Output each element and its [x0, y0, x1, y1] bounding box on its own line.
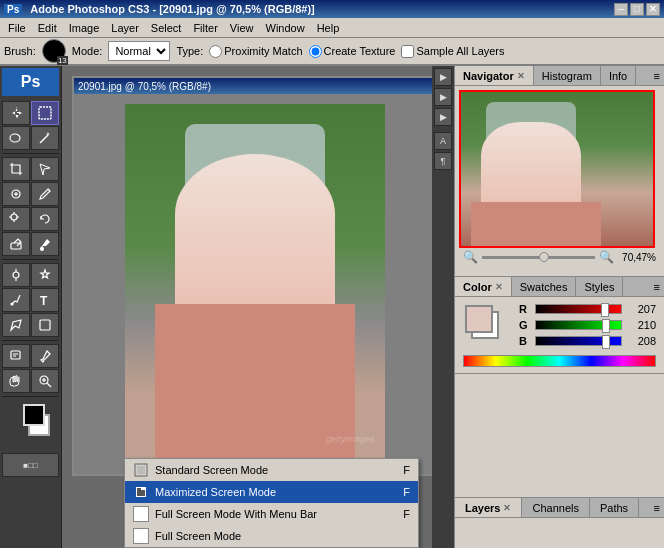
- move-tool[interactable]: [2, 101, 30, 125]
- sample-all-layers-checkbox[interactable]: Sample All Layers: [401, 45, 504, 58]
- paint-bucket-tool[interactable]: [31, 232, 59, 256]
- vert-btn-4[interactable]: A: [434, 132, 452, 150]
- navigator-close[interactable]: ✕: [517, 71, 525, 81]
- tool-row-6: [2, 232, 59, 256]
- minimize-button[interactable]: ─: [614, 3, 628, 16]
- brush-picker[interactable]: 13: [42, 39, 66, 63]
- magic-wand-tool[interactable]: [31, 126, 59, 150]
- histogram-tab[interactable]: Histogram: [534, 66, 601, 85]
- green-value: 210: [626, 319, 656, 331]
- blue-slider-row: B 208: [519, 335, 656, 347]
- blue-label: B: [519, 335, 531, 347]
- color-spectrum[interactable]: [463, 355, 656, 367]
- fullscreen-menu-checkbox: [133, 506, 149, 522]
- layers-close[interactable]: ✕: [503, 503, 511, 513]
- pen-tool[interactable]: [2, 288, 30, 312]
- menu-window[interactable]: Window: [260, 20, 311, 36]
- color-panel-group: Color ✕ Swatches Styles ≡: [455, 277, 664, 374]
- healing-brush-tool[interactable]: [2, 182, 30, 206]
- svg-line-20: [47, 383, 51, 387]
- color-tab[interactable]: Color ✕: [455, 277, 512, 296]
- maximize-button[interactable]: □: [630, 3, 644, 16]
- sharpen-tool[interactable]: [31, 263, 59, 287]
- type-tool[interactable]: T: [31, 288, 59, 312]
- red-slider[interactable]: [535, 304, 622, 314]
- menu-help[interactable]: Help: [311, 20, 346, 36]
- lasso-tool[interactable]: [2, 126, 30, 150]
- info-tab[interactable]: Info: [601, 66, 636, 85]
- channels-tab[interactable]: Channels: [522, 498, 589, 517]
- layers-panel-menu-btn[interactable]: ≡: [650, 498, 664, 517]
- menu-image[interactable]: Image: [63, 20, 106, 36]
- eraser-tool[interactable]: [2, 232, 30, 256]
- menu-layer[interactable]: Layer: [105, 20, 145, 36]
- menu-view[interactable]: View: [224, 20, 260, 36]
- brush-tool[interactable]: [31, 182, 59, 206]
- zoom-tool[interactable]: [31, 369, 59, 393]
- ctx-standard-screen[interactable]: Standard Screen Mode F: [125, 459, 418, 481]
- layers-tab[interactable]: Layers ✕: [455, 498, 522, 517]
- color-close[interactable]: ✕: [495, 282, 503, 292]
- blue-thumb: [602, 335, 610, 349]
- dodge-tool[interactable]: [2, 263, 30, 287]
- notes-tool[interactable]: [2, 344, 30, 368]
- menu-filter[interactable]: Filter: [187, 20, 223, 36]
- select-tool[interactable]: [31, 101, 59, 125]
- green-label: G: [519, 319, 531, 331]
- zoom-slider[interactable]: [482, 256, 595, 259]
- menu-file[interactable]: File: [2, 20, 32, 36]
- swatches-tab[interactable]: Swatches: [512, 277, 577, 296]
- blue-slider[interactable]: [535, 336, 622, 346]
- path-selection-tool[interactable]: [2, 313, 30, 337]
- red-label: R: [519, 303, 531, 315]
- menu-select[interactable]: Select: [145, 20, 188, 36]
- ctx-standard-label: Standard Screen Mode: [155, 464, 268, 476]
- menu-edit[interactable]: Edit: [32, 20, 63, 36]
- navigator-tab[interactable]: Navigator ✕: [455, 66, 534, 85]
- mode-select[interactable]: Normal: [108, 41, 170, 61]
- vert-btn-2[interactable]: ▶: [434, 88, 452, 106]
- eyedropper-tool[interactable]: [31, 344, 59, 368]
- svg-point-1: [10, 134, 20, 142]
- zoom-out-icon[interactable]: 🔍: [463, 250, 478, 264]
- ctx-fullscreen-menu-label: Full Screen Mode With Menu Bar: [155, 508, 317, 520]
- ctx-fullscreen-menu[interactable]: Full Screen Mode With Menu Bar F: [125, 503, 418, 525]
- fg-color-display[interactable]: [465, 305, 493, 333]
- vert-btn-3[interactable]: ▶: [434, 108, 452, 126]
- paths-tab[interactable]: Paths: [590, 498, 639, 517]
- red-slider-row: R 207: [519, 303, 656, 315]
- close-button[interactable]: ✕: [646, 3, 660, 16]
- panel-menu-btn[interactable]: ≡: [650, 66, 664, 85]
- slice-tool[interactable]: [31, 157, 59, 181]
- clone-stamp-tool[interactable]: [2, 207, 30, 231]
- create-texture-radio[interactable]: Create Texture: [309, 45, 396, 58]
- color-panel-menu-btn[interactable]: ≡: [650, 277, 664, 296]
- menu-bar: File Edit Image Layer Select Filter View…: [0, 18, 664, 38]
- styles-tab[interactable]: Styles: [576, 277, 623, 296]
- mode-label: Mode:: [72, 45, 103, 57]
- green-slider[interactable]: [535, 320, 622, 330]
- canvas-content[interactable]: gettyimages: [74, 94, 432, 474]
- svg-rect-17: [40, 320, 50, 330]
- ctx-maximized-screen[interactable]: Maximized Screen Mode F: [125, 481, 418, 503]
- svg-line-2: [40, 135, 48, 143]
- foreground-color-swatch[interactable]: [23, 404, 45, 426]
- canvas-area: 20901.jpg @ 70,5% (RGB/8#) gettyimages: [62, 66, 432, 548]
- ctx-fullscreen[interactable]: Full Screen Mode: [125, 525, 418, 547]
- crop-tool[interactable]: [2, 157, 30, 181]
- vert-toolbar: ▶ ▶ ▶ A ¶: [432, 66, 454, 548]
- navigator-panel-group: Navigator ✕ Histogram Info ≡: [455, 66, 664, 277]
- brush-size-label: 13: [57, 56, 68, 65]
- history-brush-tool[interactable]: [31, 207, 59, 231]
- vert-btn-1[interactable]: ▶: [434, 68, 452, 86]
- standard-screen-mode[interactable]: ■□□: [2, 453, 59, 477]
- ps-logo: Ps: [2, 68, 59, 96]
- type-label: Type:: [176, 45, 203, 57]
- shape-tool[interactable]: [31, 313, 59, 337]
- vert-btn-5[interactable]: ¶: [434, 152, 452, 170]
- hand-tool[interactable]: [2, 369, 30, 393]
- proximity-match-radio[interactable]: Proximity Match: [209, 45, 302, 58]
- zoom-in-icon[interactable]: 🔍: [599, 250, 614, 264]
- zoom-value: 70,47%: [622, 252, 656, 263]
- tool-row-10: [2, 344, 59, 368]
